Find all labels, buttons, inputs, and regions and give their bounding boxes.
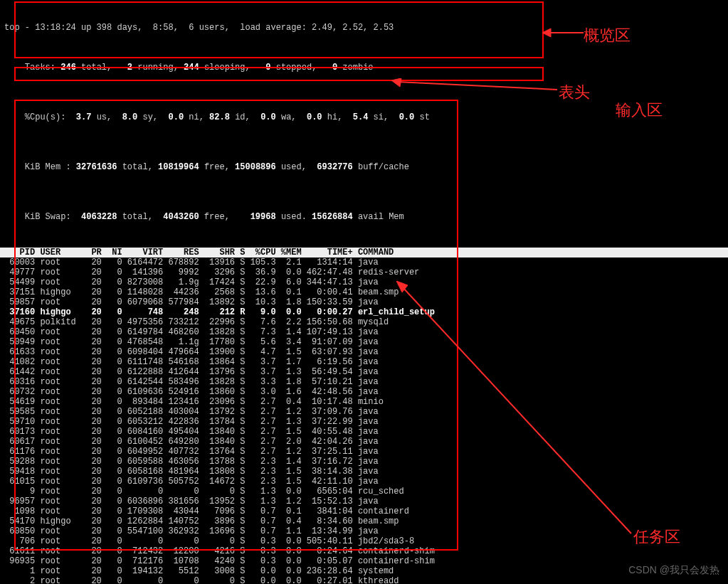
process-row[interactable]: 706 root 20 0 0 0 0 S 0.3 0.0 505:40.11 … bbox=[4, 536, 724, 546]
process-header: PID USER PR NI VIRT RES SHR S %CPU %MEM … bbox=[0, 248, 728, 258]
process-row[interactable]: 96935 root 20 0 712176 10708 4240 S 0.3 … bbox=[4, 556, 724, 566]
svg-marker-3 bbox=[391, 78, 401, 87]
process-row[interactable]: 60003 root 20 0 6164472 678892 13916 S 1… bbox=[4, 258, 724, 267]
arrow-overview bbox=[542, 27, 585, 38]
arrow-tasks bbox=[396, 281, 635, 537]
process-row[interactable]: 61611 root 20 0 712432 12200 4216 S 0.3 … bbox=[4, 546, 724, 556]
watermark: CSDN @我只会发热 bbox=[628, 564, 719, 577]
process-row[interactable]: 49777 root 20 0 141396 9992 3296 S 36.9 … bbox=[4, 267, 724, 277]
process-row[interactable]: 1 root 20 0 194132 5512 3008 S 0.0 0.0 2… bbox=[4, 566, 724, 576]
anno-label-tasks: 任务区 bbox=[633, 526, 680, 548]
anno-label-input: 输入区 bbox=[616, 100, 663, 121]
anno-label-header: 表头 bbox=[559, 82, 590, 103]
arrow-header bbox=[391, 78, 559, 92]
process-row[interactable]: 2 root 20 0 0 0 0 S 0.0 0.0 0:27.01 kthr… bbox=[4, 576, 724, 584]
svg-marker-1 bbox=[542, 28, 551, 37]
anno-label-overview: 概览区 bbox=[584, 25, 631, 46]
svg-line-2 bbox=[397, 82, 557, 90]
svg-line-4 bbox=[402, 287, 631, 533]
uptime-line: top - 13:18:24 up 398 days, 8:58, 6 user… bbox=[4, 23, 394, 33]
